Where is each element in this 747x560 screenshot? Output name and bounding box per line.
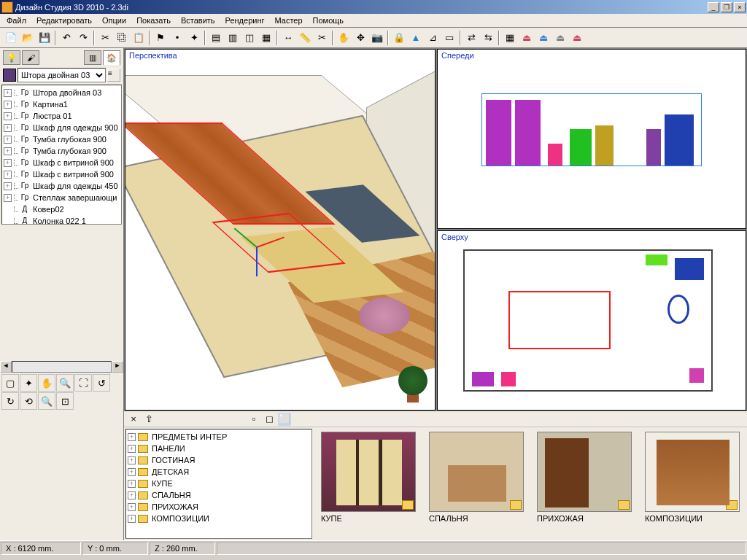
tree-item[interactable]: ДКолонка 022 1 xyxy=(4,215,120,225)
library-tree[interactable]: +ПРЕДМЕТЫ ИНТЕР+ПАНЕЛИ+ГОСТИНАЯ+ДЕТСКАЯ+… xyxy=(125,429,312,539)
lib-tree-item[interactable]: +ДЕТСКАЯ xyxy=(128,466,310,478)
layout4-icon[interactable]: ▦ xyxy=(258,30,274,46)
new-icon[interactable]: 📄 xyxy=(3,30,19,46)
scroll-right-icon[interactable]: ► xyxy=(112,361,123,373)
layout3-icon[interactable]: ◫ xyxy=(241,30,258,46)
lib-up-icon[interactable]: ⇧ xyxy=(142,413,155,426)
lib-close-icon[interactable]: × xyxy=(127,413,140,426)
menu-options[interactable]: Опции xyxy=(97,15,131,26)
snap3-icon[interactable]: ⏏ xyxy=(552,30,568,46)
tab-light-icon[interactable]: 💡 xyxy=(3,50,20,65)
ruler-icon[interactable]: 📏 xyxy=(297,30,313,46)
menu-show[interactable]: Показать xyxy=(131,15,176,26)
star-icon[interactable]: ✦ xyxy=(186,30,202,46)
object-dropdown[interactable]: Штора двойная 03 xyxy=(18,68,106,82)
compass-icon[interactable]: ✂ xyxy=(314,30,330,46)
menu-render[interactable]: Рендеринг xyxy=(220,15,270,26)
hand-icon[interactable]: ✋ xyxy=(336,30,352,46)
close-button[interactable]: × xyxy=(734,2,746,12)
scene-tree[interactable]: +ГрШтора двойная 03+ГрКартина1+ГрЛюстра … xyxy=(1,85,122,225)
thumb-kupe[interactable]: КУПЕ xyxy=(321,432,416,523)
tree-item[interactable]: +ГрТумба глубокая 900 xyxy=(4,133,120,145)
snap2-icon[interactable]: ⏏ xyxy=(535,30,551,46)
flag-icon[interactable]: ⚑ xyxy=(152,30,169,46)
lib-tree-item[interactable]: +КУПЕ xyxy=(128,478,310,489)
lock-icon[interactable]: 🔒 xyxy=(391,30,407,46)
lib-view3-icon[interactable]: ⬜ xyxy=(278,413,291,426)
tree-item[interactable]: +ГрЛюстра 01 xyxy=(4,110,120,122)
snap1-icon[interactable]: ⏏ xyxy=(519,30,535,46)
lib-view1-icon[interactable]: ▫ xyxy=(247,413,260,426)
zoomfit-icon[interactable]: ⛶ xyxy=(74,374,92,392)
menu-help[interactable]: Помощь xyxy=(308,15,349,26)
open-icon[interactable]: 📂 xyxy=(20,30,36,46)
layout2-icon[interactable]: ▥ xyxy=(225,30,241,46)
tree-item[interactable]: +ГрСтеллаж завершающи xyxy=(4,192,120,203)
tree-item[interactable]: +ГрШтора двойная 03 xyxy=(4,87,120,98)
tree-item[interactable]: +ГрШкаф для одежды 900 xyxy=(4,122,120,133)
axis-icon[interactable]: ⊿ xyxy=(425,30,441,46)
zoomwin-icon[interactable]: 🔍 xyxy=(38,392,55,410)
move-icon[interactable]: ✥ xyxy=(352,30,368,46)
status-y: Y : 0 mm. xyxy=(82,542,148,555)
snap4-icon[interactable]: ⏏ xyxy=(569,30,585,46)
undo-icon[interactable]: ↶ xyxy=(58,30,74,46)
pan-icon[interactable]: ✋ xyxy=(38,374,55,392)
lib-tree-item[interactable]: +ПАНЕЛИ xyxy=(128,443,310,454)
lib-tree-item[interactable]: +ПРИХОЖАЯ xyxy=(128,501,310,513)
lib-tree-item[interactable]: +СПАЛЬНЯ xyxy=(128,489,310,501)
tree-item[interactable]: +ГрШкаф для одежды 450 xyxy=(4,180,120,192)
minimize-button[interactable]: _ xyxy=(708,2,719,12)
cut-icon[interactable]: ✂ xyxy=(97,30,113,46)
unlink-icon[interactable]: ⇆ xyxy=(480,30,496,46)
tree-item[interactable]: +ГрТумба глубокая 900 xyxy=(4,145,120,157)
tab-paint-icon[interactable]: 🖌 xyxy=(22,50,39,65)
lib-view2-icon[interactable]: ◻ xyxy=(263,413,276,426)
save-icon[interactable]: 💾 xyxy=(36,30,53,46)
rotate3d-icon[interactable]: ⟲ xyxy=(20,392,37,410)
point-icon[interactable]: • xyxy=(169,30,185,46)
camera-icon[interactable]: 📷 xyxy=(369,30,385,46)
menu-file[interactable]: Файл xyxy=(1,15,31,26)
tree-item[interactable]: ДКовер02 xyxy=(4,203,120,215)
viewport-top[interactable]: Сверху xyxy=(437,230,746,411)
viewport-perspective[interactable]: Перспектива xyxy=(125,49,436,411)
link-icon[interactable]: ⇄ xyxy=(463,30,479,46)
tab-walls-icon[interactable]: ▥ xyxy=(84,50,101,65)
grid-icon[interactable]: ▦ xyxy=(502,30,518,46)
dim-icon[interactable]: ↔ xyxy=(280,30,296,46)
zoom-icon[interactable]: 🔍 xyxy=(56,374,74,392)
redo-icon[interactable]: ↷ xyxy=(75,30,91,46)
paste-icon[interactable]: 📋 xyxy=(131,30,147,46)
color-swatch[interactable] xyxy=(3,69,16,82)
tree-item[interactable]: +ГрКартина1 xyxy=(4,98,120,110)
viewport-front[interactable]: Спереди xyxy=(437,49,746,229)
lib-tree-item[interactable]: +ПРЕДМЕТЫ ИНТЕР xyxy=(128,431,310,443)
select-icon[interactable]: ▢ xyxy=(1,374,19,392)
restore-button[interactable]: ❐ xyxy=(721,2,732,12)
tree-item[interactable]: +ГрШкаф с витриной 900 xyxy=(4,168,120,180)
left-hscroll[interactable]: ◄ ► xyxy=(0,361,123,373)
zoomall-icon[interactable]: ⊡ xyxy=(56,392,74,410)
tab-scene-icon[interactable]: 🏠 xyxy=(103,50,120,65)
scroll-left-icon[interactable]: ◄ xyxy=(0,361,12,373)
dropdown-list-icon[interactable]: ≡ xyxy=(107,69,120,82)
copy-icon[interactable]: ⿻ xyxy=(114,30,130,46)
menu-master[interactable]: Мастер xyxy=(270,15,308,26)
thumb-spalnya[interactable]: СПАЛЬНЯ xyxy=(429,432,524,523)
layout1-icon[interactable]: ▤ xyxy=(208,30,224,46)
menu-edit[interactable]: Редактировать xyxy=(31,15,97,26)
wand-icon[interactable]: ✦ xyxy=(20,374,37,392)
titlebar: Дизайн Студия 3D 2010 - 2.3di _ ❐ × xyxy=(0,0,747,14)
thumb-kompozicii[interactable]: КОМПОЗИЦИИ xyxy=(645,432,740,523)
status-z: Z : 260 mm. xyxy=(150,542,215,555)
tree-item[interactable]: +ГрШкаф с витриной 900 xyxy=(4,157,120,168)
lib-tree-item[interactable]: +ГОСТИНАЯ xyxy=(128,454,310,466)
rot-left-icon[interactable]: ↺ xyxy=(93,374,110,392)
thumb-prihozhaya[interactable]: ПРИХОЖАЯ xyxy=(537,432,632,523)
drop-icon[interactable]: ▲ xyxy=(408,30,424,46)
book-icon[interactable]: ▭ xyxy=(441,30,457,46)
menu-insert[interactable]: Вставить xyxy=(176,15,220,26)
lib-tree-item[interactable]: +КОМПОЗИЦИИ xyxy=(128,513,310,524)
rot-right-icon[interactable]: ↻ xyxy=(1,392,19,410)
